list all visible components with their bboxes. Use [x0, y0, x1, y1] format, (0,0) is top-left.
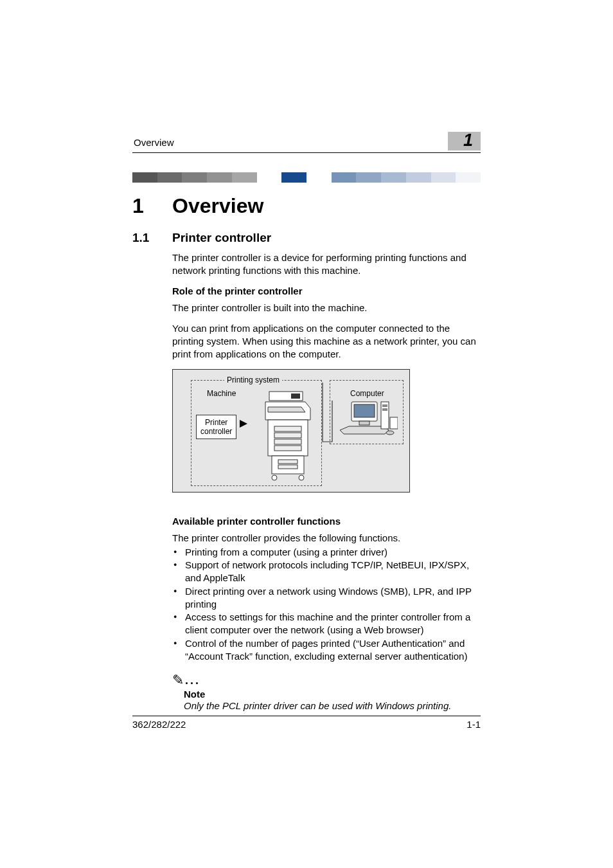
running-head-title: Overview: [132, 137, 174, 150]
svg-rect-16: [382, 404, 387, 407]
connection-line-icon: [321, 383, 333, 447]
role-paragraph-2: You can print from applications on the c…: [172, 322, 481, 361]
chapter-tab: 1: [448, 132, 481, 150]
role-heading: Role of the printer controller: [172, 285, 481, 296]
svg-point-10: [272, 475, 277, 480]
role-paragraph-1: The printer controller is built into the…: [172, 302, 481, 314]
chapter-title: Overview: [172, 194, 263, 218]
section-heading: 1.1 Printer controller: [132, 231, 481, 245]
svg-rect-6: [274, 446, 301, 451]
running-head: Overview 1: [132, 132, 481, 153]
list-item: Control of the number of pages printed (…: [172, 637, 481, 664]
list-item: Direct printing over a network using Win…: [172, 585, 481, 611]
footer-model: 362/282/222: [132, 719, 186, 730]
svg-rect-3: [274, 426, 301, 431]
functions-intro: The printer controller provides the foll…: [172, 532, 481, 545]
note-block: ✎... Note Only the PCL printer driver ca…: [172, 672, 481, 712]
ellipsis-icon: ...: [185, 674, 200, 687]
list-item: Printing from a computer (using a printe…: [172, 546, 481, 559]
note-label: Note: [184, 689, 481, 700]
label-printer-controller-line1: Printer: [205, 418, 227, 427]
label-computer: Computer: [348, 389, 387, 398]
svg-rect-5: [274, 439, 301, 444]
functions-heading: Available printer controller functions: [172, 516, 481, 527]
svg-point-19: [386, 431, 394, 435]
svg-rect-1: [291, 393, 300, 399]
arrow-icon: [240, 420, 247, 428]
functions-list: Printing from a computer (using a printe…: [172, 546, 481, 663]
mfp-machine-icon: [263, 390, 313, 482]
computer-icon: [340, 401, 398, 440]
svg-rect-4: [274, 433, 301, 438]
svg-rect-14: [359, 421, 369, 425]
note-body: Only the PCL printer driver can be used …: [184, 700, 481, 712]
pencil-icon: ✎: [172, 672, 184, 688]
footer-page-number: 1-1: [466, 719, 481, 730]
svg-rect-17: [382, 408, 387, 411]
label-printing-system: Printing system: [224, 375, 282, 384]
label-printer-controller-line2: controller: [200, 427, 232, 436]
label-machine: Machine: [204, 389, 238, 398]
list-item: Support of network protocols including T…: [172, 559, 481, 585]
chapter-heading: 1 Overview: [132, 194, 481, 218]
svg-rect-18: [390, 417, 398, 429]
list-item: Access to settings for this machine and …: [172, 611, 481, 637]
section-number: 1.1: [132, 231, 172, 245]
svg-point-11: [299, 475, 304, 480]
svg-rect-13: [354, 404, 375, 417]
chapter-number: 1: [132, 194, 172, 218]
system-diagram: Printing system Machine Computer Printer…: [172, 369, 410, 493]
svg-rect-9: [278, 465, 298, 469]
section-title: Printer controller: [172, 231, 271, 245]
intro-paragraph: The printer controller is a device for p…: [172, 251, 481, 278]
label-printer-controller: Printer controller: [196, 415, 236, 440]
svg-rect-8: [278, 460, 298, 464]
decorative-wipe-bar: [132, 172, 481, 183]
page-footer: 362/282/222 1-1: [132, 716, 481, 730]
